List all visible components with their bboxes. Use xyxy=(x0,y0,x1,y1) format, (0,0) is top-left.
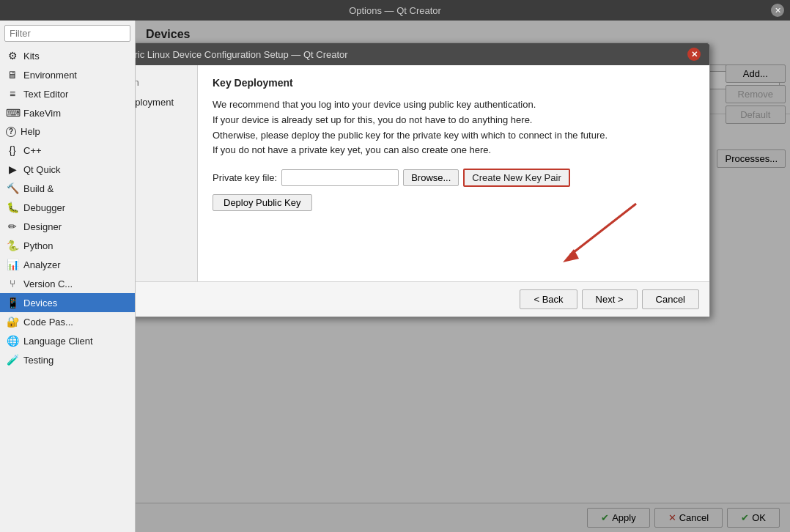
private-key-input[interactable] xyxy=(281,169,399,186)
sidebar-label-code-pas: Code Pas... xyxy=(23,317,73,328)
content-area: Devices Devices Android QNX SSH Device: … xyxy=(136,21,790,532)
modal-title: New Generic Linux Device Configuration S… xyxy=(136,49,348,60)
fakevim-icon: ⌨ xyxy=(6,107,19,119)
sidebar-item-devices[interactable]: 📱 Devices xyxy=(0,293,135,312)
sidebar-label-language-client: Language Client xyxy=(23,336,93,347)
modal-content: Key Deployment We recommend that you log… xyxy=(198,65,709,281)
designer-icon: ✏ xyxy=(6,221,19,232)
modal-description: We recommend that you log into your devi… xyxy=(213,97,695,158)
version-control-icon: ⑂ xyxy=(6,278,19,289)
key-deployment-label: Key Deployment xyxy=(136,97,174,108)
modal-nav-key-deployment: ▶ Key Deployment xyxy=(136,92,197,112)
environment-icon: 🖥 xyxy=(6,69,19,81)
analyzer-icon: 📊 xyxy=(6,259,19,270)
modal-dialog: New Generic Linux Device Configuration S… xyxy=(136,43,710,317)
sidebar-label-python: Python xyxy=(23,240,53,251)
lang-client-icon: 🌐 xyxy=(6,335,19,347)
sidebar-label-debugger: Debugger xyxy=(23,202,65,213)
main-container: Kits 🖥 Environment ≡ Text Editor ⌨ FakeV… xyxy=(0,21,790,532)
sidebar-label-environment: Environment xyxy=(23,70,77,81)
python-icon: 🐍 xyxy=(6,240,19,251)
sidebar-item-help[interactable]: ? Help xyxy=(0,122,135,141)
modal-nav: Connection ▶ Key Deployment Summary xyxy=(136,65,198,281)
private-key-label: Private key file: xyxy=(213,172,277,183)
key-file-row: Private key file: Browse... Create New K… xyxy=(213,169,695,187)
qt-quick-icon: ▶ xyxy=(6,163,19,175)
sidebar-item-language-client[interactable]: 🌐 Language Client xyxy=(0,331,135,350)
sidebar-label-build: Build & xyxy=(23,183,53,194)
sidebar-item-testing[interactable]: 🧪 Testing xyxy=(0,350,135,369)
svg-line-0 xyxy=(570,204,636,255)
sidebar: Kits 🖥 Environment ≡ Text Editor ⌨ FakeV… xyxy=(0,21,136,532)
sidebar-label-analyzer: Analyzer xyxy=(23,259,61,270)
build-icon: 🔨 xyxy=(6,182,19,194)
kits-icon xyxy=(6,50,19,62)
create-key-pair-button[interactable]: Create New Key Pair xyxy=(463,169,569,187)
sidebar-item-fakevim[interactable]: ⌨ FakeVim xyxy=(0,103,135,122)
red-arrow-annotation xyxy=(213,211,695,270)
sidebar-label-cpp: C++ xyxy=(23,145,42,156)
sidebar-item-python[interactable]: 🐍 Python xyxy=(0,236,135,255)
sidebar-item-code-pas[interactable]: 🔐 Code Pas... xyxy=(0,312,135,331)
cpp-icon: {} xyxy=(6,144,19,156)
sidebar-label-testing: Testing xyxy=(23,355,53,366)
modal-titlebar: New Generic Linux Device Configuration S… xyxy=(136,43,709,65)
text-editor-icon: ≡ xyxy=(6,88,19,100)
sidebar-label-qt-quick: Qt Quick xyxy=(23,164,61,175)
sidebar-item-qt-quick[interactable]: ▶ Qt Quick xyxy=(0,160,135,179)
modal-nav-summary: Summary xyxy=(136,112,197,132)
modal-overlay: New Generic Linux Device Configuration S… xyxy=(136,21,790,532)
window-title: Options — Qt Creator xyxy=(349,5,441,16)
help-icon: ? xyxy=(6,127,16,137)
sidebar-item-analyzer[interactable]: 📊 Analyzer xyxy=(0,255,135,274)
sidebar-item-version-control[interactable]: ⑂ Version C... xyxy=(0,274,135,293)
sidebar-filter-input[interactable] xyxy=(4,25,130,42)
sidebar-label-fakevim: FakeVim xyxy=(23,108,61,119)
sidebar-label-help: Help xyxy=(21,126,40,137)
debugger-icon: 🐛 xyxy=(6,202,19,213)
sidebar-item-text-editor[interactable]: ≡ Text Editor xyxy=(0,84,135,103)
sidebar-item-cpp[interactable]: {} C++ xyxy=(0,141,135,160)
browse-button[interactable]: Browse... xyxy=(403,169,459,186)
sidebar-label-text-editor: Text Editor xyxy=(23,89,68,100)
modal-footer: < Back Next > Cancel xyxy=(136,281,709,317)
window-close-button[interactable]: ✕ xyxy=(771,4,784,17)
sidebar-label-version-control: Version C... xyxy=(23,278,73,289)
modal-close-button[interactable]: ✕ xyxy=(687,48,701,61)
sidebar-item-kits[interactable]: Kits xyxy=(0,46,135,65)
back-button[interactable]: < Back xyxy=(520,289,577,309)
next-button[interactable]: Next > xyxy=(582,289,638,309)
sidebar-item-environment[interactable]: 🖥 Environment xyxy=(0,65,135,84)
devices-icon: 📱 xyxy=(6,297,19,309)
sidebar-item-debugger[interactable]: 🐛 Debugger xyxy=(0,198,135,217)
sidebar-label-designer: Designer xyxy=(23,221,62,232)
sidebar-item-build[interactable]: 🔨 Build & xyxy=(0,179,135,198)
modal-nav-connection: Connection xyxy=(136,73,197,92)
testing-icon: 🧪 xyxy=(6,354,19,366)
cancel-button[interactable]: Cancel xyxy=(642,289,699,309)
title-bar: Options — Qt Creator ✕ xyxy=(0,0,790,21)
code-icon: 🔐 xyxy=(6,316,19,328)
sidebar-item-designer[interactable]: ✏ Designer xyxy=(0,217,135,236)
modal-body: Connection ▶ Key Deployment Summary Key … xyxy=(136,65,709,281)
deploy-public-key-button[interactable]: Deploy Public Key xyxy=(213,194,312,211)
connection-label: Connection xyxy=(136,77,139,88)
modal-section-title: Key Deployment xyxy=(213,77,695,89)
sidebar-label-kits: Kits xyxy=(23,51,40,62)
sidebar-label-devices: Devices xyxy=(23,298,57,309)
